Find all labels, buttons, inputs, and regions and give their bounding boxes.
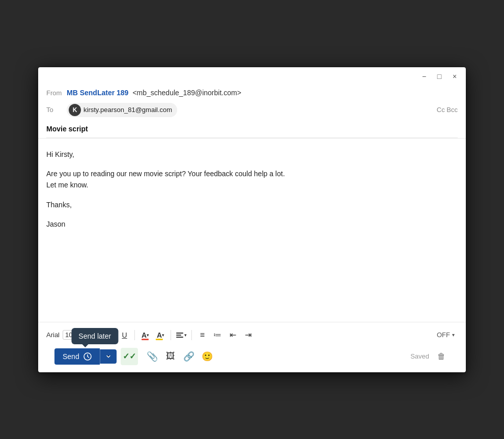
to-address: kirsty.pearson_81@gmail.com xyxy=(83,106,172,114)
toolbar-area: Arial 10 ▾ B I U A ▾ A ▾ xyxy=(38,322,466,372)
unordered-list-icon: ≔ xyxy=(213,330,221,340)
send-button[interactable]: Send xyxy=(54,348,100,365)
highlight-dropdown-icon: ▾ xyxy=(162,333,164,338)
avatar: K xyxy=(69,104,81,116)
trash-icon: 🗑 xyxy=(437,352,445,361)
font-color-indicator xyxy=(142,339,149,340)
font-color-icon: A xyxy=(142,331,147,339)
send-dropdown-icon xyxy=(105,353,111,360)
from-row: From MB SendLater 189 <mb_schedule_189@i… xyxy=(46,85,458,100)
font-color-button[interactable]: A ▾ xyxy=(138,328,152,342)
from-label: From xyxy=(46,89,63,97)
indent-decrease-button[interactable]: ⇤ xyxy=(226,328,240,342)
indent-increase-button[interactable]: ⇥ xyxy=(241,328,255,342)
off-chevron-icon: ▾ xyxy=(452,332,455,338)
action-bar: Send later Send xyxy=(46,344,458,372)
closing-line: Thanks, xyxy=(46,199,458,210)
minimize-button[interactable]: − xyxy=(419,71,429,81)
align-icon xyxy=(176,333,183,338)
close-button[interactable]: × xyxy=(450,71,460,81)
email-header: From MB SendLater 189 <mb_schedule_189@i… xyxy=(38,85,466,139)
off-label: OFF xyxy=(437,331,450,339)
greeting-line: Hi Kirsty, xyxy=(46,149,458,160)
delete-button[interactable]: 🗑 xyxy=(433,348,450,365)
body-paragraph: Are you up to reading our new movie scri… xyxy=(46,168,458,191)
italic-button[interactable]: I xyxy=(102,328,116,342)
maximize-button[interactable]: □ xyxy=(434,71,444,81)
cc-bcc-button[interactable]: Cc Bcc xyxy=(437,106,458,114)
off-toggle[interactable]: OFF ▾ xyxy=(434,330,458,340)
compose-window: − □ × From MB SendLater 189 <mb_schedule… xyxy=(38,67,466,372)
check-icon: ✓✓ xyxy=(123,351,136,361)
link-button[interactable]: 🔗 xyxy=(181,348,197,365)
attach-button[interactable]: 📎 xyxy=(144,348,160,365)
signature-line: Jason xyxy=(46,218,458,230)
subject-text: Movie script xyxy=(46,125,88,133)
image-button[interactable]: 🖼 xyxy=(162,348,179,365)
email-body[interactable]: Hi Kirsty, Are you up to reading our new… xyxy=(38,139,466,322)
font-size-dropdown-icon: ▾ xyxy=(74,331,77,339)
clock-icon xyxy=(83,352,92,361)
underline-button[interactable]: U xyxy=(117,328,131,342)
ordered-list-icon: ≡ xyxy=(200,331,205,340)
send-later-button[interactable] xyxy=(100,349,117,364)
link-icon: 🔗 xyxy=(183,351,194,362)
image-icon: 🖼 xyxy=(166,351,175,362)
to-row: To K kirsty.pearson_81@gmail.com Cc Bcc xyxy=(46,100,458,120)
to-label: To xyxy=(46,106,63,114)
title-bar: − □ × xyxy=(38,67,466,85)
to-chip[interactable]: K kirsty.pearson_81@gmail.com xyxy=(67,103,177,117)
highlight-indicator xyxy=(156,339,163,340)
align-dropdown-icon: ▾ xyxy=(184,333,187,338)
indent-increase-icon: ⇥ xyxy=(245,330,251,340)
from-name: MB SendLater 189 xyxy=(67,89,128,97)
separator-4 xyxy=(191,330,192,340)
window-controls: − □ × xyxy=(419,71,460,81)
bold-button[interactable]: B xyxy=(87,328,101,342)
separator-1 xyxy=(83,330,83,340)
format-toolbar: Arial 10 ▾ B I U A ▾ A ▾ xyxy=(46,326,458,344)
align-button[interactable]: ▾ xyxy=(174,328,188,342)
mark-done-button[interactable]: ✓✓ xyxy=(121,348,138,365)
emoji-button[interactable]: 🙂 xyxy=(199,348,215,365)
font-size-selector[interactable]: 10 ▾ xyxy=(63,330,80,340)
emoji-icon: 🙂 xyxy=(202,351,213,362)
unordered-list-button[interactable]: ≔ xyxy=(210,328,225,342)
indent-decrease-icon: ⇤ xyxy=(230,330,236,340)
subject-row: Movie script xyxy=(46,120,458,138)
highlight-icon: A xyxy=(157,331,162,339)
from-email: <mb_schedule_189@inorbit.com> xyxy=(132,89,241,97)
separator-2 xyxy=(134,330,135,340)
ordered-list-button[interactable]: ≡ xyxy=(195,328,209,342)
send-button-group: Send later Send xyxy=(54,348,117,365)
action-icons: 📎 🖼 🔗 🙂 xyxy=(144,348,215,365)
font-color-dropdown-icon: ▾ xyxy=(147,333,149,338)
send-label: Send xyxy=(63,352,79,361)
separator-3 xyxy=(171,330,171,340)
font-selector[interactable]: Arial xyxy=(46,331,60,339)
highlight-button[interactable]: A ▾ xyxy=(153,328,167,342)
saved-label: Saved xyxy=(410,352,429,360)
paperclip-icon: 📎 xyxy=(147,351,158,362)
